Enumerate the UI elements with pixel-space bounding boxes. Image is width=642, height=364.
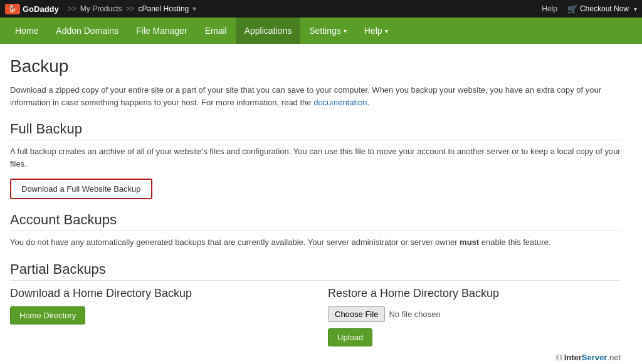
- top-bar: 🐕 GoDaddy >> My Products >> cPanel Hosti…: [0, 0, 642, 18]
- breadcrumb-cpanel[interactable]: cPanel Hosting: [139, 4, 189, 13]
- nav-applications[interactable]: Applications: [236, 18, 301, 44]
- full-backup-desc: A full backup creates an archive of all …: [10, 145, 621, 170]
- logo-text: GoDaddy: [23, 4, 59, 14]
- page-title: Backup: [10, 56, 621, 76]
- nav-home[interactable]: Home: [6, 18, 47, 44]
- partial-backups-title: Partial Backups: [10, 261, 621, 281]
- restore-home-title: Restore a Home Directory Backup: [328, 287, 621, 300]
- download-home-col: Download a Home Directory Backup Home Di…: [10, 287, 303, 346]
- no-file-text: No file chosen: [389, 309, 440, 319]
- account-backups-text2: enable this feature.: [479, 237, 550, 247]
- interserver-inter: Inter: [564, 353, 582, 362]
- nav-addon-domains[interactable]: Addon Domains: [47, 18, 127, 44]
- account-backups-title: Account Backups: [10, 212, 621, 231]
- partial-backups-section: Download a Home Directory Backup Home Di…: [10, 287, 621, 346]
- breadcrumb-sep-1: >>: [64, 4, 80, 13]
- breadcrumb-my-products[interactable]: My Products: [80, 4, 122, 13]
- page-description: Download a zipped copy of your entire si…: [10, 84, 621, 108]
- home-directory-button[interactable]: Home Directory: [10, 306, 85, 325]
- cart-icon: 🛒: [567, 4, 577, 14]
- full-backup-title: Full Backup: [10, 121, 621, 140]
- godaddy-logo[interactable]: 🐕 GoDaddy: [5, 4, 64, 14]
- logo-icon: 🐕: [5, 4, 20, 14]
- logo-c-symbol: ⟪⟪: [555, 353, 563, 361]
- interserver-logo: ⟪⟪ InterServer.net: [10, 353, 621, 362]
- account-backups-desc: You do not have any automatically genera…: [10, 236, 621, 249]
- main-content: Backup Download a zipped copy of your en…: [0, 44, 633, 364]
- breadcrumb-sep-2: >>: [122, 4, 139, 13]
- topbar-dropdown-arrow[interactable]: ▾: [634, 6, 637, 13]
- nav-settings[interactable]: Settings ▾: [300, 18, 355, 44]
- help-arrow: ▾: [385, 28, 388, 34]
- nav-help[interactable]: Help ▾: [355, 18, 397, 44]
- account-backups-text1: You do not have any automatically genera…: [10, 237, 460, 247]
- nav-email[interactable]: Email: [196, 18, 236, 44]
- upload-button[interactable]: Upload: [328, 328, 372, 346]
- checkout-label: Checkout Now: [580, 4, 629, 13]
- interserver-server: Server: [582, 353, 607, 362]
- download-home-title: Download a Home Directory Backup: [10, 287, 303, 300]
- checkout-button[interactable]: 🛒 Checkout Now: [567, 4, 629, 14]
- breadcrumb-dropdown: ▾: [189, 4, 200, 13]
- restore-home-col: Restore a Home Directory Backup Choose F…: [328, 287, 621, 346]
- page-desc-text2: .: [367, 98, 369, 107]
- nav-file-manager[interactable]: File Manager: [127, 18, 196, 44]
- choose-file-button[interactable]: Choose File: [328, 306, 385, 322]
- documentation-link[interactable]: documentation: [313, 98, 367, 107]
- download-full-backup-button[interactable]: Download a Full Website Backup: [10, 179, 152, 199]
- account-backups-must: must: [460, 237, 479, 247]
- interserver-net: .net: [607, 353, 621, 362]
- settings-arrow: ▾: [344, 28, 347, 34]
- file-input-row: Choose File No file chosen: [328, 306, 621, 322]
- nav-bar: Home Addon Domains File Manager Email Ap…: [0, 18, 642, 44]
- page-desc-text1: Download a zipped copy of your entire si…: [10, 85, 601, 107]
- help-link[interactable]: Help: [542, 4, 567, 13]
